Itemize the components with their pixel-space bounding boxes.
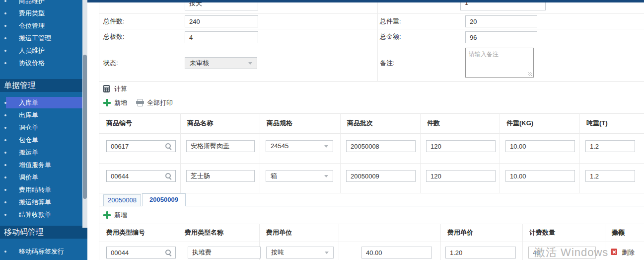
fee-price-input[interactable] bbox=[361, 247, 432, 259]
sidebar-item-agreement-price[interactable]: 协议价格 bbox=[0, 57, 87, 69]
total-pallets-input[interactable] bbox=[185, 31, 258, 43]
fee-name-input[interactable] bbox=[188, 247, 261, 259]
sidebar-item-fee-carryover-order[interactable]: 费用结转单 bbox=[0, 183, 87, 196]
col-header-action: 操作 bbox=[612, 224, 625, 242]
sidebar-item-mobile-code-label[interactable]: 移动码标签发行 bbox=[0, 245, 87, 258]
bullet-icon bbox=[4, 214, 6, 216]
sidebar-item-fee-type[interactable]: 费用类型 bbox=[0, 7, 87, 19]
divider bbox=[179, 0, 179, 81]
divider bbox=[579, 113, 580, 193]
bullet-icon bbox=[4, 50, 6, 52]
bullet-icon bbox=[4, 164, 6, 166]
remark-textarea[interactable] bbox=[465, 48, 534, 78]
search-icon[interactable] bbox=[165, 143, 172, 150]
total-pieces-input[interactable] bbox=[185, 15, 258, 27]
divider bbox=[420, 113, 421, 193]
fee-code-search[interactable] bbox=[106, 247, 176, 259]
sidebar-item-handling-settle-order[interactable]: 搬运结算单 bbox=[0, 196, 87, 208]
divider bbox=[180, 113, 181, 193]
product-qty-input[interactable] bbox=[426, 140, 496, 152]
divider bbox=[178, 224, 178, 260]
divider bbox=[377, 0, 378, 81]
col-header-fee-price: 费用单价 bbox=[447, 224, 473, 242]
sidebar-section-orders: 单据管理 bbox=[0, 79, 87, 92]
plus-icon bbox=[103, 99, 111, 106]
product-ton-input[interactable] bbox=[585, 170, 635, 182]
status-select[interactable]: 未审核 bbox=[185, 57, 257, 69]
sidebar-item-value-added-order[interactable]: 增值服务单 bbox=[0, 159, 87, 171]
bullet-icon bbox=[4, 201, 6, 203]
top-strip bbox=[87, 0, 644, 2]
bullet-icon bbox=[4, 12, 6, 14]
fee-qty-input[interactable] bbox=[445, 247, 516, 259]
divider bbox=[260, 113, 260, 193]
sidebar-item-inbound-order[interactable]: 入库单 bbox=[0, 96, 87, 109]
sidebar-item-bin-manage[interactable]: 仓位管理 bbox=[0, 19, 87, 32]
activate-windows-watermark: 激活 Windows bbox=[534, 245, 608, 260]
chevron-down-icon bbox=[324, 175, 328, 177]
tab-batch-20050008[interactable]: 20050008 bbox=[103, 194, 141, 206]
divider bbox=[340, 113, 341, 193]
divider bbox=[99, 224, 644, 224]
divider bbox=[440, 224, 441, 260]
sidebar: 商品维护 费用类型 仓位管理 搬运工管理 人员维护 协议价格 单据管理 入库单 … bbox=[0, 0, 87, 260]
product-weight-input[interactable] bbox=[505, 170, 575, 182]
sidebar-item-warehouse-rent-order[interactable]: 包仓单 bbox=[0, 134, 87, 146]
chevron-down-icon bbox=[324, 145, 328, 148]
product-code-search[interactable] bbox=[106, 170, 176, 182]
total-amount-input[interactable] bbox=[465, 31, 537, 43]
product-code-search[interactable] bbox=[106, 140, 176, 152]
bullet-icon bbox=[4, 176, 6, 178]
total-pallets-label: 总板数: bbox=[103, 29, 125, 45]
sidebar-item-handling-order[interactable]: 搬运单 bbox=[0, 146, 87, 159]
divider bbox=[99, 13, 644, 14]
sidebar-item-transfer-order[interactable]: 调仓单 bbox=[0, 121, 87, 134]
printer-icon bbox=[136, 99, 144, 106]
sidebar-item-settle-receipt-order[interactable]: 结算收款单 bbox=[0, 208, 87, 221]
col-header-fee-name: 费用类型名称 bbox=[185, 224, 223, 242]
product-spec-select[interactable]: 箱 bbox=[266, 170, 333, 182]
search-icon[interactable] bbox=[165, 250, 172, 256]
col-header-fee-unit: 费用单位 bbox=[266, 224, 292, 242]
bullet-icon bbox=[4, 25, 6, 27]
sidebar-item-price-adjust-order[interactable]: 调价单 bbox=[0, 171, 87, 183]
product-spec-select[interactable]: 24545 bbox=[266, 140, 333, 152]
col-header-piece-weight: 件重(KG) bbox=[506, 113, 533, 133]
total-piece-weight-input[interactable] bbox=[465, 15, 537, 27]
divider bbox=[99, 45, 644, 45]
app-window: 商品维护 费用类型 仓位管理 搬运工管理 人员维护 协议价格 单据管理 入库单 … bbox=[0, 0, 644, 260]
remark-label: 备注: bbox=[380, 45, 395, 81]
sidebar-item-porter-manage[interactable]: 搬运工管理 bbox=[0, 32, 87, 44]
sidebar-item-outbound-order[interactable]: 出库单 bbox=[0, 109, 87, 121]
bullet-icon bbox=[4, 37, 6, 39]
search-icon[interactable] bbox=[165, 173, 172, 179]
product-batch-input[interactable] bbox=[346, 140, 416, 152]
sidebar-section-mobile-code: 移动码管理 bbox=[0, 226, 87, 239]
sidebar-scrollbar-thumb[interactable] bbox=[83, 55, 87, 199]
sidebar-item-staff-maintain[interactable]: 人员维护 bbox=[0, 44, 87, 57]
col-header-product-name: 商品名称 bbox=[187, 113, 213, 133]
tab-batch-20050009[interactable]: 20050009 bbox=[142, 193, 186, 206]
resize-handle-icon[interactable] bbox=[528, 72, 532, 76]
divider bbox=[522, 224, 523, 260]
product-name-input[interactable] bbox=[186, 170, 255, 182]
plus-icon bbox=[103, 211, 111, 219]
col-header-ton-weight: 吨重(T) bbox=[586, 113, 608, 133]
sidebar-item-goods-maintain[interactable]: 商品维护 bbox=[0, 0, 87, 7]
bullet-icon bbox=[4, 251, 6, 253]
product-name-input[interactable] bbox=[186, 140, 255, 152]
product-qty-input[interactable] bbox=[426, 170, 496, 182]
total-piece-weight-label: 总件重: bbox=[380, 13, 401, 29]
bullet-icon bbox=[4, 127, 6, 129]
calculator-icon bbox=[103, 85, 110, 92]
divider bbox=[99, 133, 644, 134]
bullet-icon bbox=[4, 62, 6, 64]
product-ton-input[interactable] bbox=[585, 140, 635, 152]
total-amount-label: 总金额: bbox=[380, 29, 401, 45]
fee-unit-select[interactable]: 按吨 bbox=[266, 247, 334, 259]
selected-highlight bbox=[6, 97, 84, 108]
product-weight-input[interactable] bbox=[505, 140, 575, 152]
product-batch-input[interactable] bbox=[346, 170, 416, 182]
chevron-down-icon bbox=[325, 252, 329, 254]
divider bbox=[99, 242, 644, 242]
